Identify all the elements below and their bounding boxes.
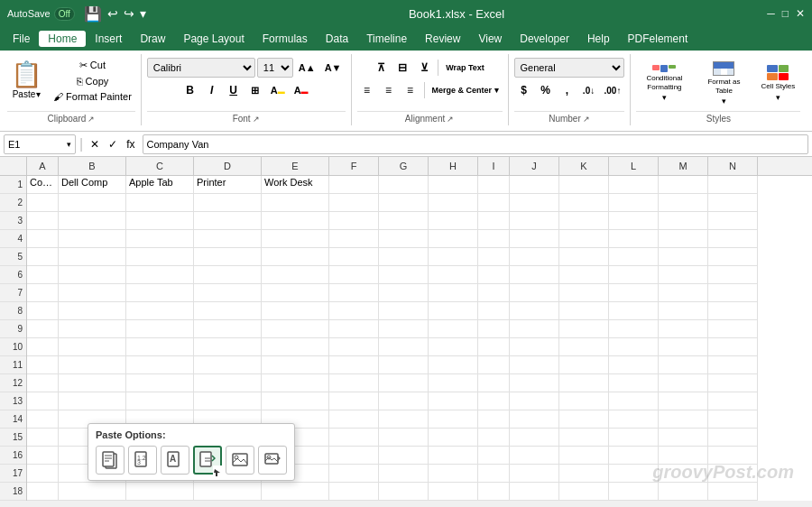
cell-E18[interactable] bbox=[262, 483, 329, 501]
cell-L16[interactable] bbox=[609, 447, 659, 465]
cell-K6[interactable] bbox=[559, 266, 609, 284]
col-header-L[interactable]: L bbox=[609, 157, 659, 175]
row-num-15[interactable]: 15 bbox=[0, 429, 26, 447]
cell-D8[interactable] bbox=[194, 302, 262, 320]
align-center-btn[interactable]: ≡ bbox=[379, 80, 399, 100]
paste-opt-4[interactable] bbox=[193, 446, 222, 475]
increase-font-btn[interactable]: A▲ bbox=[295, 58, 319, 78]
cell-I8[interactable] bbox=[478, 302, 510, 320]
cell-J5[interactable] bbox=[510, 248, 559, 266]
cell-C18[interactable] bbox=[126, 483, 194, 501]
cell-F2[interactable] bbox=[329, 194, 379, 212]
cell-G2[interactable] bbox=[379, 194, 429, 212]
row-num-4[interactable]: 4 bbox=[0, 230, 26, 248]
col-header-I[interactable]: I bbox=[478, 157, 510, 175]
cell-M7[interactable] bbox=[659, 284, 708, 302]
paste-opt-6[interactable] bbox=[258, 446, 287, 475]
cell-I1[interactable] bbox=[478, 176, 510, 194]
cell-K8[interactable] bbox=[559, 302, 609, 320]
cell-J14[interactable] bbox=[510, 410, 559, 429]
cell-A10[interactable] bbox=[27, 338, 59, 356]
cell-I10[interactable] bbox=[478, 338, 510, 356]
cell-I5[interactable] bbox=[478, 248, 510, 266]
cell-F4[interactable] bbox=[329, 230, 379, 248]
col-header-M[interactable]: M bbox=[659, 157, 708, 175]
cell-G15[interactable] bbox=[379, 429, 429, 447]
cell-G16[interactable] bbox=[379, 447, 429, 465]
cell-I2[interactable] bbox=[478, 194, 510, 212]
cell-J4[interactable] bbox=[510, 230, 559, 248]
format-as-table-btn[interactable]: Format as Table ▾ bbox=[696, 58, 752, 109]
redo-icon[interactable]: ↪ bbox=[124, 6, 134, 21]
row-num-10[interactable]: 10 bbox=[0, 338, 26, 356]
cell-K2[interactable] bbox=[559, 194, 609, 212]
undo-icon[interactable]: ↩ bbox=[107, 6, 118, 21]
col-header-N[interactable]: N bbox=[708, 157, 758, 175]
cell-L7[interactable] bbox=[609, 284, 659, 302]
cell-J11[interactable] bbox=[510, 356, 559, 374]
cell-G1[interactable] bbox=[379, 176, 429, 194]
cell-H8[interactable] bbox=[429, 302, 478, 320]
cell-D12[interactable] bbox=[194, 374, 262, 392]
cell-H14[interactable] bbox=[429, 410, 478, 429]
cell-N6[interactable] bbox=[708, 266, 758, 284]
col-header-B[interactable]: B bbox=[59, 157, 126, 175]
cell-H1[interactable] bbox=[429, 176, 478, 194]
font-size-select[interactable]: 11 bbox=[257, 58, 293, 78]
name-box[interactable]: E1 ▾ bbox=[4, 134, 76, 154]
menu-help[interactable]: Help bbox=[578, 31, 619, 47]
wrap-text-btn[interactable]: Wrap Text bbox=[442, 58, 488, 78]
col-header-G[interactable]: G bbox=[379, 157, 429, 175]
cell-L17[interactable] bbox=[609, 465, 659, 483]
paste-opt-2[interactable]: 1.23 bbox=[128, 446, 157, 475]
cell-H7[interactable] bbox=[429, 284, 478, 302]
insert-function-btn[interactable]: fx bbox=[123, 136, 138, 152]
cell-A3[interactable] bbox=[27, 212, 59, 230]
cell-N9[interactable] bbox=[708, 320, 758, 338]
cell-K16[interactable] bbox=[559, 447, 609, 465]
cell-A1[interactable]: Company bbox=[27, 176, 59, 194]
cell-C11[interactable] bbox=[126, 356, 194, 374]
cell-N13[interactable] bbox=[708, 392, 758, 410]
cell-B18[interactable] bbox=[59, 483, 126, 501]
maximize-btn[interactable]: □ bbox=[782, 7, 789, 20]
cell-A13[interactable] bbox=[27, 392, 59, 410]
cell-C9[interactable] bbox=[126, 320, 194, 338]
cell-H4[interactable] bbox=[429, 230, 478, 248]
cell-H18[interactable] bbox=[429, 483, 478, 501]
menu-file[interactable]: File bbox=[4, 31, 39, 47]
cell-F6[interactable] bbox=[329, 266, 379, 284]
cell-B6[interactable] bbox=[59, 266, 126, 284]
cell-B5[interactable] bbox=[59, 248, 126, 266]
cell-G10[interactable] bbox=[379, 338, 429, 356]
cell-L18[interactable] bbox=[609, 483, 659, 501]
cell-E13[interactable] bbox=[262, 392, 329, 410]
cell-C5[interactable] bbox=[126, 248, 194, 266]
cell-J2[interactable] bbox=[510, 194, 559, 212]
cell-I14[interactable] bbox=[478, 410, 510, 429]
cell-H16[interactable] bbox=[429, 447, 478, 465]
cell-N1[interactable] bbox=[708, 176, 758, 194]
cell-M13[interactable] bbox=[659, 392, 708, 410]
row-num-9[interactable]: 9 bbox=[0, 320, 26, 338]
cell-K18[interactable] bbox=[559, 483, 609, 501]
cell-A6[interactable] bbox=[27, 266, 59, 284]
cell-B11[interactable] bbox=[59, 356, 126, 374]
cell-M3[interactable] bbox=[659, 212, 708, 230]
row-num-11[interactable]: 11 bbox=[0, 356, 26, 374]
cell-J13[interactable] bbox=[510, 392, 559, 410]
cell-M9[interactable] bbox=[659, 320, 708, 338]
decrease-decimal-btn[interactable]: .0↓ bbox=[579, 80, 599, 100]
cell-G17[interactable] bbox=[379, 465, 429, 483]
cell-C3[interactable] bbox=[126, 212, 194, 230]
cell-F3[interactable] bbox=[329, 212, 379, 230]
cell-L6[interactable] bbox=[609, 266, 659, 284]
cell-F16[interactable] bbox=[329, 447, 379, 465]
cell-L5[interactable] bbox=[609, 248, 659, 266]
cell-C7[interactable] bbox=[126, 284, 194, 302]
cell-I15[interactable] bbox=[478, 429, 510, 447]
cell-B4[interactable] bbox=[59, 230, 126, 248]
cell-L12[interactable] bbox=[609, 374, 659, 392]
cell-J17[interactable] bbox=[510, 465, 559, 483]
cell-L2[interactable] bbox=[609, 194, 659, 212]
